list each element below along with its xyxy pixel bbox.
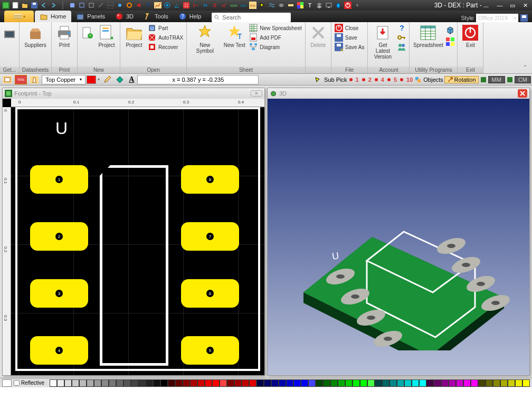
delete-button[interactable]: Delete (308, 23, 329, 49)
palette-cell[interactable] (87, 379, 94, 387)
get-button[interactable] (2, 23, 17, 42)
qat-open-icon[interactable] (21, 2, 28, 9)
account-key-button[interactable] (396, 33, 407, 42)
palette-cell[interactable] (79, 379, 87, 387)
get-latest-button[interactable]: Get Latest Version (370, 23, 395, 61)
text-a-icon[interactable]: A (127, 75, 136, 84)
palette-cell[interactable] (308, 379, 316, 387)
qat-dropdown-icon[interactable]: ▼ (354, 2, 361, 9)
pad-1[interactable]: 1 (30, 165, 88, 194)
qat-undo-icon[interactable] (40, 2, 48, 9)
palette-cell[interactable] (375, 379, 382, 387)
palette-cell[interactable] (404, 379, 412, 387)
snap-dot4[interactable] (374, 77, 379, 82)
style-select[interactable]: Office 2019▾ (476, 14, 518, 22)
close-window-button[interactable]: ✕ (520, 2, 530, 9)
qat-waves-icon[interactable] (268, 2, 276, 9)
qat-dim4-icon[interactable] (221, 2, 228, 9)
footprint-close-button[interactable]: ✕ (251, 90, 262, 97)
pad-7[interactable]: 7 (181, 222, 239, 251)
qat-circle-icon[interactable] (126, 2, 133, 9)
qat-tool1-icon[interactable] (69, 2, 76, 9)
palette-cell[interactable] (449, 379, 456, 387)
tab-help[interactable]: ?Help (174, 11, 207, 22)
new-project-button[interactable]: Project (96, 23, 118, 49)
pad-4[interactable]: 4 (30, 336, 88, 365)
qat-layers-icon[interactable] (316, 2, 323, 9)
qat-dim1-icon[interactable] (192, 2, 200, 9)
palette-cell[interactable] (94, 379, 101, 387)
ribbon-collapse-icon[interactable]: ⌃ (522, 64, 528, 71)
snap-4[interactable]: 4 (380, 77, 385, 83)
tab-home[interactable]: Home (35, 11, 71, 22)
qat-angle-icon[interactable] (173, 2, 180, 9)
snap-1[interactable]: 1 (355, 77, 360, 83)
new-symbol-button[interactable]: New Symbol (189, 23, 221, 55)
palette-cell[interactable] (109, 379, 116, 387)
palette-cell[interactable] (131, 379, 138, 387)
palette-cell[interactable] (522, 379, 530, 387)
layer-color-dd[interactable]: ▾ (97, 77, 100, 82)
tab-3d[interactable]: 3D (110, 11, 139, 22)
qat-tool5-icon[interactable] (107, 2, 114, 9)
qat-save-icon[interactable] (31, 2, 38, 9)
palette-cell[interactable] (397, 379, 404, 387)
qat-mm-icon[interactable]: mm (230, 2, 238, 9)
qat-new-icon[interactable] (12, 2, 19, 9)
palette-cell[interactable] (190, 379, 197, 387)
qat-cube-icon[interactable] (335, 2, 342, 9)
palette-cell[interactable] (500, 379, 508, 387)
new-project-inline-button[interactable]: ＊ (80, 23, 94, 42)
palette-cell[interactable] (515, 379, 522, 387)
palette-cell[interactable] (382, 379, 390, 387)
palette-cell[interactable] (205, 379, 212, 387)
utility-apps-icon[interactable] (445, 37, 455, 46)
tab-tools[interactable]: Tools (139, 11, 174, 22)
palette-cell[interactable] (367, 379, 375, 387)
qat-ins-icon[interactable]: ins (249, 2, 256, 9)
pad-6[interactable]: 6 (181, 279, 239, 308)
qat-grid-icon[interactable] (183, 2, 190, 9)
new-text-button[interactable]: TNew Text (222, 23, 247, 49)
palette-cell[interactable] (478, 379, 486, 387)
palette-cell[interactable] (360, 379, 367, 387)
style-save-icon[interactable] (520, 14, 528, 22)
palette-cell[interactable] (227, 379, 234, 387)
print-button[interactable]: Print (54, 23, 75, 49)
pad-3[interactable]: 3 (30, 279, 88, 308)
snap-2[interactable]: 2 (367, 77, 373, 83)
palette-cell[interactable] (271, 379, 279, 387)
qat-graph-icon[interactable] (154, 2, 162, 9)
3d-close-button[interactable] (518, 89, 527, 98)
pad-2[interactable]: 2 (30, 222, 88, 251)
layer-select[interactable]: Top Copper▾ (42, 75, 86, 84)
palette-cell[interactable] (493, 379, 500, 387)
new-spreadsheet-button[interactable]: New Spreadsheet (248, 23, 303, 33)
subpick-label[interactable]: Sub Pick (324, 77, 347, 83)
current-color-swatch[interactable] (2, 379, 12, 387)
pad-8[interactable]: 8 (181, 165, 239, 194)
palette-cell[interactable] (220, 379, 227, 387)
diamond-icon[interactable] (114, 75, 126, 84)
palette-cell[interactable] (160, 379, 168, 387)
diagram-button[interactable]: Diagram (248, 42, 303, 52)
palette-cell[interactable] (72, 379, 79, 387)
unit-toggle-icon[interactable] (480, 76, 487, 83)
snap-dot5[interactable] (386, 77, 392, 82)
snap-5[interactable]: 5 (393, 77, 398, 83)
palette-cell[interactable] (463, 379, 471, 387)
palette-cell[interactable] (323, 379, 330, 387)
palette-cell[interactable] (434, 379, 441, 387)
tab-panels[interactable]: Panels (71, 11, 110, 22)
palette-cell[interactable] (256, 379, 264, 387)
pad-5[interactable]: 5 (181, 336, 239, 365)
minimize-button[interactable]: — (495, 2, 505, 9)
palette-cell[interactable] (390, 379, 397, 387)
palette-cell[interactable] (345, 379, 353, 387)
qat-height-icon[interactable] (145, 2, 152, 9)
palette-cell[interactable] (50, 379, 57, 387)
qat-point-icon[interactable] (116, 2, 124, 9)
palette-cell[interactable] (168, 379, 175, 387)
qat-dim3-icon[interactable] (211, 2, 218, 9)
reflective-checkbox[interactable]: Reflective (14, 380, 44, 386)
